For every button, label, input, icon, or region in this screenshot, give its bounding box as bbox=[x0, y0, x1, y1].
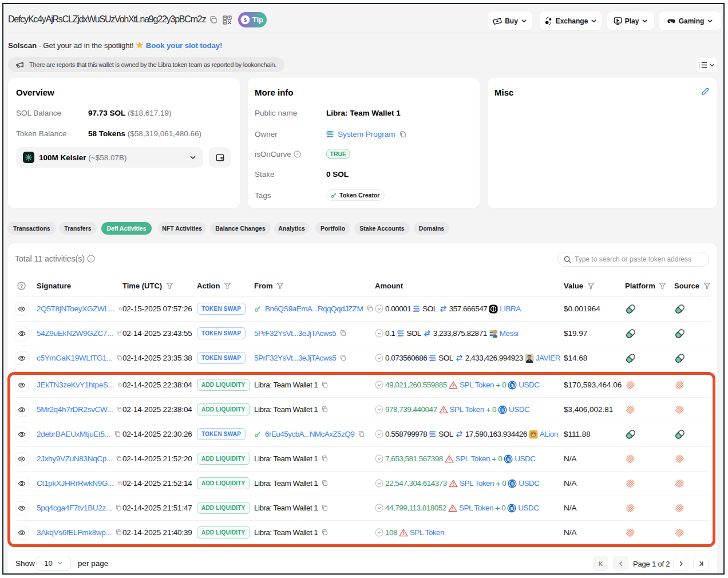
svg-text:?: ? bbox=[20, 283, 23, 289]
svg-text:$: $ bbox=[244, 17, 247, 23]
svg-text:i: i bbox=[90, 256, 92, 262]
svg-text:i: i bbox=[296, 152, 298, 157]
